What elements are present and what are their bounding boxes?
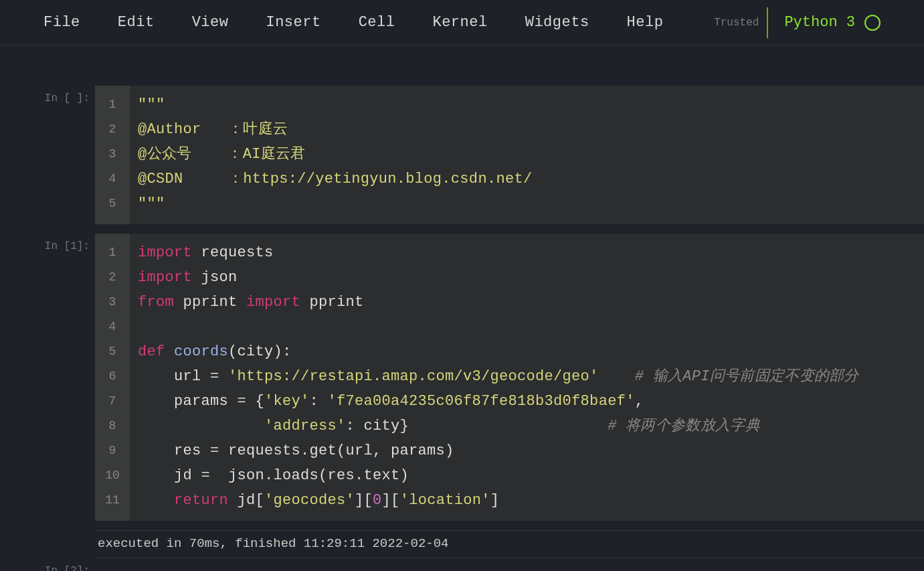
line-number-gutter: 1234567891011 (95, 234, 130, 521)
code-cell[interactable]: In [1]:1234567891011import requestsimpor… (31, 234, 924, 521)
menu-file[interactable]: File (43, 14, 80, 31)
code-line: res = requests.get(url, params) (138, 438, 916, 463)
menubar: File Edit View Insert Cell Kernel Widget… (0, 0, 924, 46)
code-line: """ (138, 92, 916, 117)
code-editor[interactable]: import requestsimport jsonfrom pprint im… (130, 234, 924, 521)
line-number-gutter: 12345 (95, 86, 130, 224)
menu-items: File Edit View Insert Cell Kernel Widget… (43, 14, 663, 31)
notebook-container: In [ ]:12345"""@Author ：叶庭云@公众号 ：AI庭云君@C… (0, 46, 924, 571)
menu-insert[interactable]: Insert (266, 14, 320, 31)
line-number: 9 (95, 438, 130, 463)
code-editor[interactable]: """@Author ：叶庭云@公众号 ：AI庭云君@CSDN ：https:/… (130, 86, 924, 224)
code-line: import json (138, 265, 916, 290)
line-number: 4 (95, 167, 130, 191)
line-number: 2 (95, 117, 130, 142)
menu-view[interactable]: View (192, 14, 229, 31)
line-number: 1 (95, 92, 130, 117)
line-number: 1 (95, 240, 130, 265)
kernel-indicator-wrap[interactable]: Python 3 (767, 7, 881, 38)
line-number: 6 (95, 364, 130, 389)
line-number: 4 (95, 315, 130, 339)
code-line: jd = json.loads(res.text) (138, 463, 916, 488)
code-line: @Author ：叶庭云 (138, 117, 916, 142)
line-number: 2 (95, 265, 130, 290)
code-line: """ (138, 191, 916, 216)
menu-kernel[interactable]: Kernel (432, 14, 487, 31)
code-line: @公众号 ：AI庭云君 (138, 142, 916, 167)
cell-prompt: In [1]: (31, 234, 95, 521)
menu-edit[interactable]: Edit (118, 14, 155, 31)
line-number: 5 (95, 339, 130, 364)
code-line: @CSDN ：https://yetingyun.blog.csdn.net/ (138, 167, 916, 191)
cell-prompt: In [2]: (31, 558, 95, 571)
code-line: url = 'https://restapi.amap.com/v3/geoco… (138, 364, 916, 389)
line-number: 10 (95, 463, 130, 488)
execution-time-bar: executed in 70ms, finished 11:29:11 2022… (96, 530, 924, 558)
menu-help[interactable]: Help (627, 14, 664, 31)
code-line: def coords(city): (138, 339, 916, 364)
line-number: 5 (95, 191, 130, 216)
cell-prompt: In [ ]: (31, 86, 95, 224)
line-number: 7 (95, 389, 130, 414)
code-cell[interactable]: In [ ]:12345"""@Author ：叶庭云@公众号 ：AI庭云君@C… (31, 86, 924, 224)
line-number: 11 (95, 488, 130, 513)
code-line: import requests (138, 240, 916, 265)
kernel-status-icon (864, 15, 881, 31)
code-line: params = {'key': 'f7ea00a4235c06f87fe818… (138, 389, 916, 414)
line-number: 8 (95, 414, 130, 438)
line-number: 3 (95, 290, 130, 315)
code-line: from pprint import pprint (138, 290, 916, 315)
code-line: return jd['geocodes'][0]['location'] (138, 488, 916, 513)
code-cell[interactable]: In [2]: (31, 558, 924, 571)
line-number: 3 (95, 142, 130, 167)
trusted-label: Trusted (714, 17, 759, 29)
menu-cell[interactable]: Cell (359, 14, 395, 31)
code-line: 'address': city} # 将两个参数放入字典 (138, 414, 916, 438)
menu-widgets[interactable]: Widgets (525, 14, 589, 31)
kernel-name: Python 3 (784, 14, 855, 31)
code-line (138, 315, 916, 339)
